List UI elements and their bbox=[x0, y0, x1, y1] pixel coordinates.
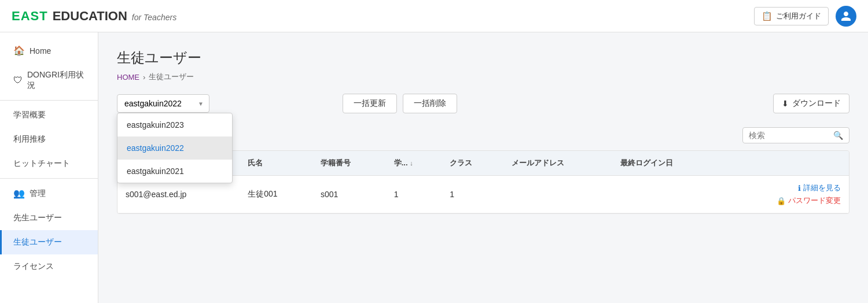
sidebar-item-dongri[interactable]: 🛡 DONGRI利用状況 bbox=[0, 63, 98, 98]
cell-fullname: 生徒001 bbox=[240, 176, 312, 213]
logo: EASTEDUCATION for Teachers bbox=[12, 9, 176, 24]
sidebar-item-admin[interactable]: 👥 管理 bbox=[0, 181, 98, 206]
lock-icon: 🔒 bbox=[777, 197, 786, 205]
avatar-button[interactable] bbox=[836, 6, 856, 27]
col-last-login: 最終ログイン日 bbox=[612, 151, 722, 176]
logo-east: EAST bbox=[12, 9, 48, 24]
breadcrumb-current: 生徒ユーザー bbox=[149, 72, 194, 82]
user-icon bbox=[840, 10, 852, 22]
col-class: クラス bbox=[442, 151, 503, 176]
sidebar-item-teacher-users-label: 先生ユーザー bbox=[13, 213, 62, 223]
col-fullname: 氏名 bbox=[240, 151, 312, 176]
logo-education: EDUCATION bbox=[53, 9, 127, 24]
breadcrumb-separator: › bbox=[143, 73, 145, 82]
sidebar-item-student-users[interactable]: 生徒ユーザー bbox=[0, 230, 98, 254]
password-change-link[interactable]: 🔒 パスワード変更 bbox=[730, 195, 841, 206]
dropdown-selected-value: eastgakuin2022 bbox=[124, 99, 182, 108]
main-content: 生徒ユーザー HOME › 生徒ユーザー eastgakuin2022 east… bbox=[98, 32, 868, 303]
sidebar-item-learning[interactable]: 学習概要 bbox=[0, 103, 98, 127]
sidebar-item-license[interactable]: ライセンス bbox=[0, 254, 98, 279]
sidebar-item-usage[interactable]: 利用推移 bbox=[0, 127, 98, 152]
dropdown-option-2022[interactable]: eastgakuin2022 bbox=[117, 136, 232, 160]
school-dropdown-menu: eastgakuin2023 eastgakuin2022 eastgakuin… bbox=[117, 113, 233, 183]
bulk-update-button[interactable]: 一括更新 bbox=[343, 94, 397, 113]
breadcrumb-home-link[interactable]: HOME bbox=[117, 73, 139, 82]
sidebar-item-license-label: ライセンス bbox=[13, 261, 54, 272]
admin-icon: 👥 bbox=[13, 188, 25, 199]
sidebar-item-hit-chart-label: ヒットチャート bbox=[13, 158, 70, 169]
guide-button-label: ご利用ガイド bbox=[776, 11, 821, 21]
sidebar-item-usage-label: 利用推移 bbox=[13, 134, 46, 145]
header: EASTEDUCATION for Teachers 📋 ご利用ガイド bbox=[0, 0, 868, 32]
sidebar-item-student-users-label: 生徒ユーザー bbox=[13, 237, 62, 247]
school-dropdown-container: eastgakuin2022 eastgakuin2023 eastgakuin… bbox=[117, 94, 209, 113]
cell-student-id: s001 bbox=[312, 176, 386, 213]
cell-class: 1 bbox=[442, 176, 503, 213]
home-icon: 🏠 bbox=[13, 45, 25, 56]
col-email: メールアドレス bbox=[503, 151, 613, 176]
sidebar-item-teacher-users[interactable]: 先生ユーザー bbox=[0, 206, 98, 230]
download-icon: ⬇ bbox=[782, 99, 789, 108]
page-title: 生徒ユーザー bbox=[117, 49, 849, 67]
download-label: ダウンロード bbox=[792, 98, 841, 109]
toolbar: eastgakuin2022 eastgakuin2023 eastgakuin… bbox=[117, 94, 849, 113]
sidebar-item-dongri-label: DONGRI利用状況 bbox=[27, 70, 86, 91]
search-box: 🔍 bbox=[742, 127, 849, 143]
info-icon: ℹ bbox=[798, 184, 801, 193]
sidebar-item-admin-label: 管理 bbox=[30, 189, 46, 199]
layout: 🏠 Home 🛡 DONGRI利用状況 学習概要 利用推移 ヒットチャート 👥 … bbox=[0, 32, 868, 303]
cell-grade: 1 bbox=[386, 176, 442, 213]
cell-email bbox=[503, 176, 613, 213]
cell-actions: ℹ 詳細を見る 🔒 パスワード変更 bbox=[722, 176, 849, 213]
guide-book-icon: 📋 bbox=[762, 11, 773, 21]
dropdown-option-2021[interactable]: eastgakuin2021 bbox=[117, 160, 232, 183]
sidebar: 🏠 Home 🛡 DONGRI利用状況 学習概要 利用推移 ヒットチャート 👥 … bbox=[0, 32, 98, 303]
bulk-delete-button[interactable]: 一括削除 bbox=[403, 94, 457, 113]
sidebar-item-home-label: Home bbox=[30, 46, 51, 56]
sidebar-divider-2 bbox=[0, 178, 98, 179]
col-student-id: 学籍番号 bbox=[312, 151, 386, 176]
download-button[interactable]: ⬇ ダウンロード bbox=[773, 94, 849, 113]
dropdown-option-2023[interactable]: eastgakuin2023 bbox=[117, 113, 232, 136]
sidebar-item-home[interactable]: 🏠 Home bbox=[0, 38, 98, 63]
sidebar-divider-1 bbox=[0, 100, 98, 101]
detail-link[interactable]: ℹ 詳細を見る bbox=[730, 183, 841, 193]
logo-for-teachers: for Teachers bbox=[132, 13, 176, 22]
col-actions bbox=[722, 151, 849, 176]
header-right: 📋 ご利用ガイド bbox=[754, 6, 856, 27]
school-dropdown[interactable]: eastgakuin2022 bbox=[117, 94, 209, 113]
search-icon: 🔍 bbox=[833, 131, 843, 140]
sort-icon: ↓ bbox=[410, 160, 413, 167]
shield-icon: 🛡 bbox=[13, 75, 23, 86]
cell-last-login bbox=[612, 176, 722, 213]
sidebar-item-learning-label: 学習概要 bbox=[13, 110, 46, 120]
search-input[interactable] bbox=[749, 131, 830, 140]
guide-button[interactable]: 📋 ご利用ガイド bbox=[754, 7, 829, 25]
breadcrumb: HOME › 生徒ユーザー bbox=[117, 72, 849, 82]
col-grade[interactable]: 学... ↓ bbox=[386, 151, 442, 176]
sidebar-item-hit-chart[interactable]: ヒットチャート bbox=[0, 152, 98, 176]
